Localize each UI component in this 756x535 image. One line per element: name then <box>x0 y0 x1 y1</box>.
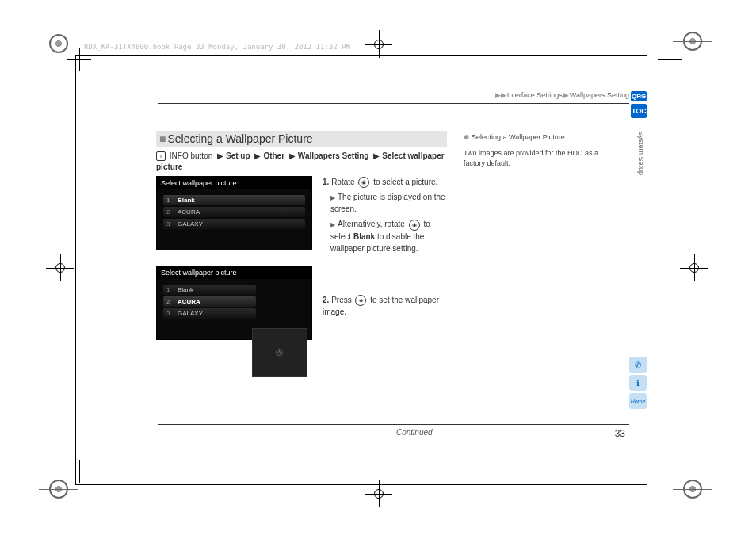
page-number: 33 <box>615 428 625 439</box>
continued-label: Continued <box>396 428 433 437</box>
book-header: RDX_KA-31TX4800.book Page 33 Monday, Jan… <box>84 43 350 51</box>
registration-mark <box>365 30 392 58</box>
tab-qrg[interactable]: QRG <box>631 91 647 101</box>
sidebar-note: Selecting a Wallpaper Picture Two images… <box>464 132 618 170</box>
side-tabs: QRG TOC <box>631 91 647 118</box>
crop-mark <box>49 480 68 499</box>
divider <box>158 103 629 104</box>
home-icon[interactable]: Home <box>629 393 647 409</box>
divider <box>158 424 629 425</box>
screenshot-2: Select wallpaper picture 1Blank 2ACURA 3… <box>156 266 312 340</box>
press-button-icon: ⬙ <box>355 295 366 306</box>
instruction-steps: 1. Rotate ◉ to select a picture. The pic… <box>323 176 449 357</box>
registration-mark <box>680 254 708 281</box>
info-icon[interactable]: ℹ <box>629 375 647 391</box>
section-vertical-label: System Setup <box>637 131 645 175</box>
corner-mark <box>658 460 682 483</box>
rotate-dial-icon: ◉ <box>409 220 420 231</box>
crop-mark <box>683 32 702 51</box>
crop-mark <box>683 480 702 499</box>
registration-mark <box>46 254 74 281</box>
voice-icon[interactable]: ✆ <box>629 357 647 373</box>
info-button-icon: ⬨ <box>156 151 166 161</box>
section-title: Selecting a Wallpaper Picture <box>156 131 447 147</box>
screenshot-1: Select wallpaper picture 1Blank 2ACURA 3… <box>156 176 312 250</box>
rotate-dial-icon: ◉ <box>358 177 369 188</box>
preview-thumbnail: Ⓐ <box>252 328 307 377</box>
nav-path: ⬨ INFO button ▶Set up ▶Other ▶Wallpapers… <box>156 151 449 173</box>
tab-toc[interactable]: TOC <box>631 104 647 118</box>
crop-mark <box>49 34 68 53</box>
breadcrumb: ▶▶Interface Settings▶Wallpapers Setting <box>494 91 629 99</box>
corner-mark <box>658 48 682 71</box>
